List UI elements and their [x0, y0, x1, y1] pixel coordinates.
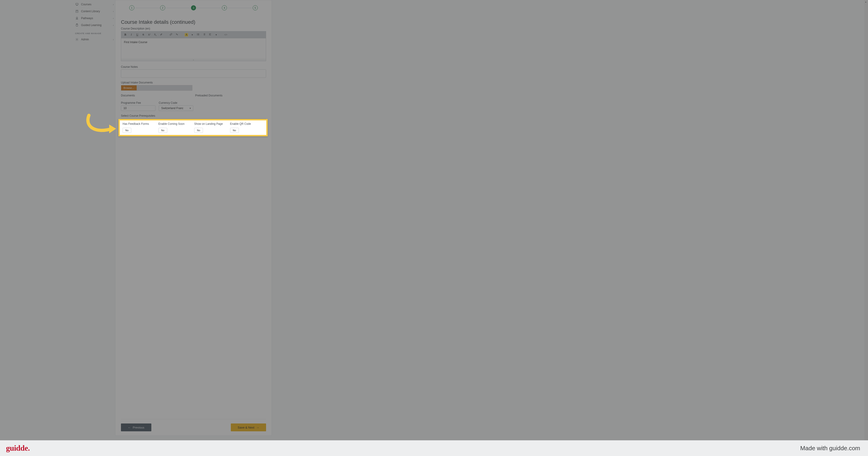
form-footer: ← Previous Save & Next →: [121, 419, 266, 431]
qr-toggle[interactable]: No: [230, 128, 239, 133]
rte-toolbar: B I U S X2 X2 ✐ A ▾: [121, 31, 266, 38]
chevron-right-icon: ›: [113, 17, 114, 20]
scrollbar[interactable]: ▴: [864, 0, 868, 440]
resize-handle[interactable]: ≡: [121, 59, 266, 61]
description-label: Course Description (en): [121, 27, 266, 30]
page-title: Course Intake details (continued): [121, 19, 266, 25]
sidebar-item-admin[interactable]: Admin ›: [74, 36, 115, 43]
step-connector: [197, 8, 221, 8]
notes-label: Course Notes: [121, 65, 266, 68]
guidde-banner: guidde. Made with guidde.com: [0, 440, 868, 456]
subscript-icon[interactable]: X2: [153, 33, 157, 36]
step-2[interactable]: 2: [160, 5, 165, 10]
sidebar-item-label: Courses: [81, 3, 111, 6]
sidebar-item-courses[interactable]: Courses ›: [74, 1, 115, 8]
ordered-list-icon[interactable]: [202, 33, 206, 37]
unlink-icon[interactable]: [175, 33, 179, 37]
previous-button[interactable]: ← Previous: [121, 424, 151, 431]
svg-point-8: [197, 35, 197, 35]
superscript-icon[interactable]: X2: [148, 33, 151, 36]
chevron-down-icon[interactable]: ▾: [214, 33, 218, 36]
sidebar-item-guided-learning[interactable]: Guided Learning ›: [74, 22, 115, 29]
chevron-down-icon[interactable]: ▾: [190, 33, 194, 36]
chevron-right-icon: ›: [113, 38, 114, 41]
notes-input[interactable]: [121, 69, 266, 78]
coming-soon-label: Enable Coming Soon: [158, 122, 192, 125]
underline-icon[interactable]: U: [135, 33, 139, 36]
stepper: 1 2 3 4 5: [121, 0, 266, 13]
browse-button[interactable]: Browse...: [121, 85, 136, 90]
save-next-label: Save & Next: [238, 426, 254, 429]
sidebar-item-pathways[interactable]: Pathways ›: [74, 15, 115, 22]
step-3[interactable]: 3: [191, 5, 196, 10]
documents-label: Documents: [121, 94, 192, 97]
upload-label: Upload Intake Documents: [121, 81, 266, 84]
svg-point-5: [76, 39, 78, 40]
qr-label: Enable QR Code: [230, 122, 264, 125]
text-color-icon[interactable]: A: [185, 33, 188, 36]
chevron-right-icon: ›: [113, 24, 114, 27]
italic-icon[interactable]: I: [129, 33, 133, 36]
highlighted-toggles-panel: Has Feedback Forms No Enable Coming Soon…: [118, 119, 268, 136]
strike-icon[interactable]: S: [142, 33, 145, 36]
eraser-icon[interactable]: ✐: [159, 33, 163, 36]
feedback-label: Has Feedback Forms: [123, 122, 156, 125]
landing-toggle[interactable]: No: [194, 128, 203, 133]
scroll-up-icon: ▴: [865, 1, 866, 3]
currency-select[interactable]: Switzerland Franc: [159, 106, 193, 111]
sidebar-item-label: Content Library: [81, 10, 111, 13]
preloaded-documents-label: Preloaded Documents: [195, 94, 266, 97]
chevron-right-icon: ›: [113, 10, 114, 13]
fee-input[interactable]: [121, 106, 155, 111]
rich-text-editor: B I U S X2 X2 ✐ A ▾: [121, 31, 266, 61]
book-icon: [75, 9, 79, 13]
sidebar-item-content-library[interactable]: Content Library ›: [74, 8, 115, 15]
description-input[interactable]: First Intake Course: [121, 38, 266, 59]
sidebar: Courses › Content Library › Pathways › G…: [74, 0, 115, 43]
sidebar-item-label: Admin: [81, 38, 111, 41]
fee-label: Programme Fee: [121, 101, 155, 105]
chevron-right-icon: ›: [113, 3, 114, 6]
guidde-logo: guidde.: [6, 444, 30, 453]
form-card: 1 2 3 4 5 Course Intake details (continu…: [115, 0, 272, 436]
app-surface: Courses › Content Library › Pathways › G…: [0, 0, 868, 440]
link-icon[interactable]: [169, 33, 173, 37]
sidebar-item-label: Guided Learning: [81, 24, 111, 27]
gear-icon: [75, 37, 79, 41]
sidebar-section-title: CREATE AND MANAGE: [74, 29, 115, 36]
step-connector: [228, 8, 252, 8]
step-connector: [135, 8, 159, 8]
made-with-text: Made with guidde.com: [800, 445, 860, 452]
landing-label: Show on Landing Page: [194, 122, 228, 125]
arrow-left-icon: ←: [128, 426, 131, 429]
monitor-icon: [75, 3, 79, 6]
currency-label: Currency Code: [159, 101, 193, 105]
svg-point-6: [197, 33, 197, 34]
step-1[interactable]: 1: [129, 5, 134, 10]
step-connector: [166, 8, 190, 8]
sidebar-item-label: Pathways: [81, 17, 111, 20]
bold-icon[interactable]: B: [123, 33, 127, 36]
step-5[interactable]: 5: [253, 5, 258, 10]
svg-point-2: [76, 17, 78, 19]
save-next-button[interactable]: Save & Next →: [231, 424, 266, 431]
svg-point-7: [197, 34, 197, 34]
code-icon[interactable]: </>: [224, 33, 227, 36]
coming-soon-toggle[interactable]: No: [158, 128, 167, 133]
clipboard-icon: [75, 23, 79, 27]
prereq-label: Select Course Prerequisites: [121, 114, 266, 117]
svg-rect-0: [76, 3, 78, 5]
arrow-right-icon: →: [256, 426, 259, 429]
badge-icon: [75, 17, 79, 20]
upload-track: [136, 85, 192, 90]
align-icon[interactable]: [208, 33, 212, 37]
upload-bar: Browse...: [121, 85, 192, 91]
previous-label: Previous: [133, 426, 145, 429]
step-4[interactable]: 4: [222, 5, 227, 10]
feedback-toggle[interactable]: No: [123, 128, 131, 133]
unordered-list-icon[interactable]: [196, 33, 200, 37]
